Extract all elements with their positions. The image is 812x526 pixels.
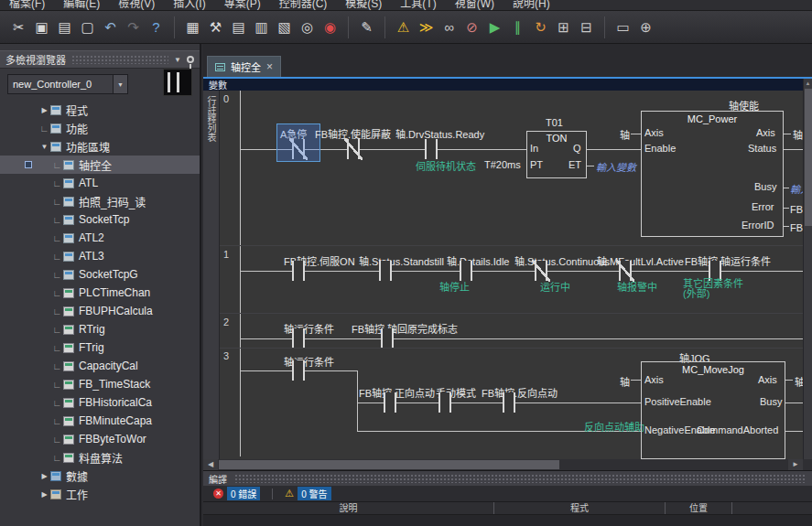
tree-item-15[interactable]: ∟FB_TimeStack xyxy=(0,375,200,393)
tab-axis-control[interactable]: 轴控全 × xyxy=(207,56,281,77)
search-icon[interactable]: ◎ xyxy=(296,16,319,39)
timer-et-output[interactable]: 輸入變數 xyxy=(596,159,636,174)
nc-contact[interactable] xyxy=(535,261,547,281)
menu-item-0[interactable]: 檔案(F) xyxy=(9,0,45,10)
reset-icon[interactable]: ↻ xyxy=(529,16,552,39)
tree-item-6[interactable]: ∟SocketTcp xyxy=(0,210,200,229)
expander-icon[interactable]: ▶ xyxy=(38,106,50,114)
select-rect-icon[interactable]: ▭ xyxy=(612,16,634,39)
tree-item-0[interactable]: ▶程式 xyxy=(0,101,200,119)
tree-item-14[interactable]: ∟CapacityCal xyxy=(0,357,200,375)
io-map-icon[interactable]: ▥ xyxy=(250,16,273,39)
rung-number-0[interactable]: 0 xyxy=(223,93,229,104)
tree-item-3[interactable]: ∟轴控全 xyxy=(0,156,200,174)
menu-item-9[interactable]: 說明(H) xyxy=(513,0,550,10)
transfer-icon[interactable]: ⊟ xyxy=(575,16,598,39)
delete-icon[interactable]: ▢ xyxy=(76,16,99,39)
tree-item-19[interactable]: ∟料盘算法 xyxy=(0,448,200,467)
rung-number-1[interactable]: 1 xyxy=(223,249,229,260)
no-contact[interactable] xyxy=(381,328,394,349)
axis-output-var[interactable]: 轴 xyxy=(795,374,803,389)
tree-item-16[interactable]: ∟FBHistoricalCa xyxy=(0,393,200,412)
menu-item-5[interactable]: 控制器(C) xyxy=(279,0,328,10)
paste-icon[interactable]: ▤ xyxy=(53,16,76,39)
line-comment-list-tab[interactable]: 行註釋列表 xyxy=(203,91,220,459)
tree-item-5[interactable]: ∟拍照_扫码_读 xyxy=(0,192,200,210)
horizontal-scrollbar-thumb[interactable] xyxy=(219,460,559,469)
busy-output-var[interactable]: 輸入 xyxy=(790,181,803,196)
operand-label[interactable]: 轴.Details.Idle xyxy=(447,253,509,268)
ton-block[interactable]: TON xyxy=(526,131,587,178)
operand-label[interactable]: FB轴控.反向点动 xyxy=(482,385,558,400)
tree-item-17[interactable]: ∟FBMinuteCapa xyxy=(0,412,200,430)
no-contact[interactable] xyxy=(425,139,438,159)
build-result-list[interactable] xyxy=(203,515,812,526)
tree-item-10[interactable]: ∟PLCTimeChan xyxy=(0,284,200,302)
timer-instance-label[interactable]: T01 xyxy=(546,117,563,128)
menu-item-1[interactable]: 編輯(E) xyxy=(63,0,100,10)
tree-item-12[interactable]: ∟RTrig xyxy=(0,320,200,338)
tree-item-2[interactable]: ▼功能區塊 xyxy=(0,137,200,156)
axis-input-var[interactable]: 轴 xyxy=(620,127,630,142)
no-contact[interactable] xyxy=(460,261,472,281)
tree-item-4[interactable]: ∟ATL xyxy=(0,174,200,192)
axis-output-var[interactable]: 轴 xyxy=(793,127,803,142)
expander-icon[interactable]: ▶ xyxy=(38,472,50,480)
errors-tab[interactable]: ✕ 0 錯誤 xyxy=(207,487,266,501)
tree-item-20[interactable]: ▶數據 xyxy=(0,467,200,485)
error-output-var[interactable]: FB轴 xyxy=(790,201,803,216)
operand-label[interactable]: FB轴控.正向点动 xyxy=(359,385,435,400)
no-contact[interactable] xyxy=(438,392,451,413)
edit-mode-icon[interactable]: ✎ xyxy=(355,16,378,39)
operand-label[interactable]: 轴.Status.Continuous xyxy=(514,253,610,268)
operand-label[interactable]: FB轴控.轴运行条件 xyxy=(685,253,771,268)
tree-item-18[interactable]: ∟FBByteToWor xyxy=(0,430,200,448)
chevron-down-icon[interactable]: ▼ xyxy=(113,75,127,93)
rung-number-3[interactable]: 3 xyxy=(223,350,229,361)
stop-monitor-icon[interactable]: ⊘ xyxy=(460,16,483,39)
scroll-up-icon[interactable]: ▲ xyxy=(804,79,812,88)
no-contact[interactable] xyxy=(292,360,305,381)
expander-icon[interactable]: ▶ xyxy=(38,490,50,499)
zoom-icon[interactable]: ⊕ xyxy=(634,16,657,39)
tree-item-11[interactable]: ∟FBUPHCalcula xyxy=(0,302,200,320)
axis-input-var[interactable]: 轴 xyxy=(620,374,630,389)
pin-icon[interactable] xyxy=(187,56,194,63)
rebuild-icon[interactable]: ≫ xyxy=(415,16,438,39)
no-contact[interactable] xyxy=(292,328,305,349)
help-icon[interactable]: ? xyxy=(145,16,168,39)
project-window-icon[interactable]: ▦ xyxy=(181,16,204,39)
cut-icon[interactable]: ✂ xyxy=(7,16,30,39)
tree-item-7[interactable]: ∟ATL2 xyxy=(0,229,200,247)
scroll-right-icon[interactable]: ► xyxy=(788,459,803,470)
operand-label[interactable]: FB轴控.轴回原完成标志 xyxy=(352,321,458,336)
scroll-left-icon[interactable]: ◀ xyxy=(203,459,218,470)
tree-item-1[interactable]: ∟功能 xyxy=(0,119,200,137)
warnings-tab[interactable]: ⚠ 0 警告 xyxy=(278,487,337,501)
vertical-scrollbar-thumb[interactable] xyxy=(805,89,812,226)
tree-item-8[interactable]: ∟ATL3 xyxy=(0,247,200,265)
copy-icon[interactable]: ▣ xyxy=(30,16,53,39)
undo-icon[interactable]: ↶ xyxy=(99,16,122,39)
operand-label[interactable]: 轴.Status.Standstill xyxy=(359,253,444,268)
nc-contact[interactable] xyxy=(619,261,632,281)
no-contact[interactable] xyxy=(292,261,305,281)
horizontal-scrollbar[interactable]: ◀ ► xyxy=(203,459,812,470)
menu-item-4[interactable]: 專案(P) xyxy=(224,0,261,10)
tree-item-21[interactable]: ▶工作 xyxy=(0,485,200,503)
close-icon[interactable]: × xyxy=(266,60,273,73)
no-contact[interactable] xyxy=(379,261,392,281)
redo-icon[interactable]: ↷ xyxy=(122,16,145,39)
tree-item-9[interactable]: ∟SocketTcpG xyxy=(0,265,200,284)
menu-item-8[interactable]: 視窗(W) xyxy=(455,0,494,10)
operand-label[interactable]: 轴.DrvStatus.Ready xyxy=(395,126,484,141)
tree-item-13[interactable]: ∟FTrig xyxy=(0,338,200,357)
chevron-down-icon[interactable]: ▼ xyxy=(174,56,181,64)
tools-icon[interactable]: ⚒ xyxy=(204,16,227,39)
variables-bar[interactable]: 變數 xyxy=(203,79,803,91)
cross-reference-icon[interactable]: ▧ xyxy=(273,16,296,39)
menu-item-6[interactable]: 模擬(S) xyxy=(345,0,382,10)
menu-item-3[interactable]: 插入(I) xyxy=(173,0,205,10)
no-contact[interactable] xyxy=(384,392,396,413)
io-refresh-icon[interactable]: ⊞ xyxy=(552,16,575,39)
